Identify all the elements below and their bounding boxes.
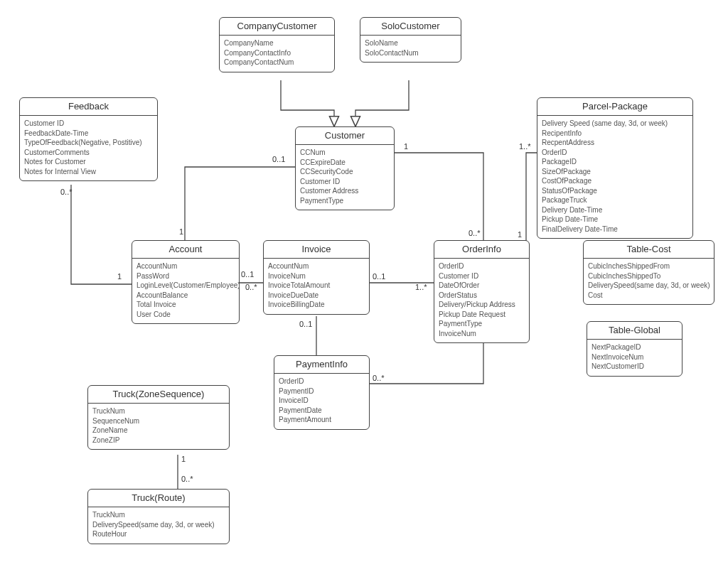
- class-attrs: SoloNameSoloContactNum: [360, 36, 461, 62]
- class-invoice: Invoice AccountNumInvoiceNumInvoiceTotal…: [263, 240, 370, 315]
- class-attrs: CompanyNameCompanyContactInfoCompanyCont…: [220, 36, 334, 72]
- class-attrs: CCNumCCExpireDateCCSecurityCodeCustomer …: [296, 145, 394, 210]
- mult: 1: [181, 455, 186, 463]
- class-feedback: Feedback Customer IDFeedbackDate-TimeTyp…: [19, 97, 158, 181]
- class-attrs: AccountNumPassWordLoginLevel(Customer/Em…: [132, 259, 239, 323]
- class-customer: Customer CCNumCCExpireDateCCSecurityCode…: [295, 126, 395, 210]
- class-title: Feedback: [20, 98, 157, 116]
- class-title: Truck(ZoneSequence): [88, 386, 229, 404]
- uml-canvas: 0..* 1 0..1 1 0..1 0..* 0..1 1..* 0..1 0…: [0, 0, 728, 562]
- class-title: Table-Cost: [584, 241, 714, 259]
- class-tablecost: Table-Cost CubicInchesShippedFromCubicIn…: [583, 240, 714, 305]
- class-attrs: TruckNumSequenceNumZoneNameZoneZIP: [88, 404, 229, 449]
- class-title: SoloCustomer: [360, 18, 461, 36]
- class-title: CompanyCustomer: [220, 18, 334, 36]
- class-attrs: Customer IDFeedbackDate-TimeTypeOfFeedba…: [20, 116, 157, 180]
- mult: 1..*: [415, 283, 427, 291]
- mult: 0..*: [60, 188, 73, 196]
- mult: 0..1: [299, 320, 312, 328]
- mult: 0..*: [469, 229, 481, 237]
- mult: 1: [518, 230, 522, 239]
- class-attrs: OrderIDPaymentIDInvoiceIDPaymentDatePaym…: [274, 374, 369, 429]
- class-attrs: CubicInchesShippedFromCubicInchesShipped…: [584, 259, 714, 304]
- class-parcelpackage: Parcel-Package Delivery Speed (same day,…: [537, 97, 693, 239]
- class-attrs: OrderIDCustomer IDDateOfOrderOrderStatus…: [434, 259, 529, 342]
- class-solocustomer: SoloCustomer SoloNameSoloContactNum: [360, 17, 461, 63]
- mult: 0..*: [245, 283, 257, 291]
- class-title: PaymentInfo: [274, 356, 369, 374]
- class-attrs: AccountNumInvoiceNumInvoiceTotalAmountIn…: [264, 259, 369, 314]
- class-truckroute: Truck(Route) TruckNumDeliverySpeed(same …: [87, 489, 230, 544]
- mult: 0..1: [373, 272, 385, 281]
- class-tableglobal: Table-Global NextPackageIDNextInvoiceNum…: [587, 321, 682, 377]
- class-title: Account: [132, 241, 239, 259]
- mult: 1: [117, 272, 122, 281]
- class-attrs: NextPackageIDNextInvoiceNumNextCustomerI…: [587, 340, 682, 376]
- class-paymentinfo: PaymentInfo OrderIDPaymentIDInvoiceIDPay…: [274, 355, 370, 430]
- mult: 1..*: [519, 142, 531, 151]
- mult: 0..*: [373, 374, 385, 382]
- mult: 0..1: [241, 270, 254, 279]
- class-title: Invoice: [264, 241, 369, 259]
- class-attrs: TruckNumDeliverySpeed(same day, 3d, or w…: [88, 507, 229, 544]
- mult: 0..1: [272, 155, 285, 163]
- class-attrs: Delivery Speed (same day, 3d, or week)Re…: [537, 116, 692, 238]
- class-orderinfo: OrderInfo OrderIDCustomer IDDateOfOrderO…: [434, 240, 530, 343]
- class-title: OrderInfo: [434, 241, 529, 259]
- mult: 0..*: [181, 475, 193, 483]
- class-title: Table-Global: [587, 322, 682, 340]
- class-title: Customer: [296, 127, 394, 145]
- class-companycustomer: CompanyCustomer CompanyNameCompanyContac…: [219, 17, 335, 72]
- class-truckzone: Truck(ZoneSequence) TruckNumSequenceNumZ…: [87, 385, 230, 450]
- mult: 1: [404, 142, 408, 151]
- mult: 1: [179, 227, 183, 236]
- class-account: Account AccountNumPassWordLoginLevel(Cus…: [132, 240, 240, 324]
- class-title: Parcel-Package: [537, 98, 692, 116]
- class-title: Truck(Route): [88, 490, 229, 507]
